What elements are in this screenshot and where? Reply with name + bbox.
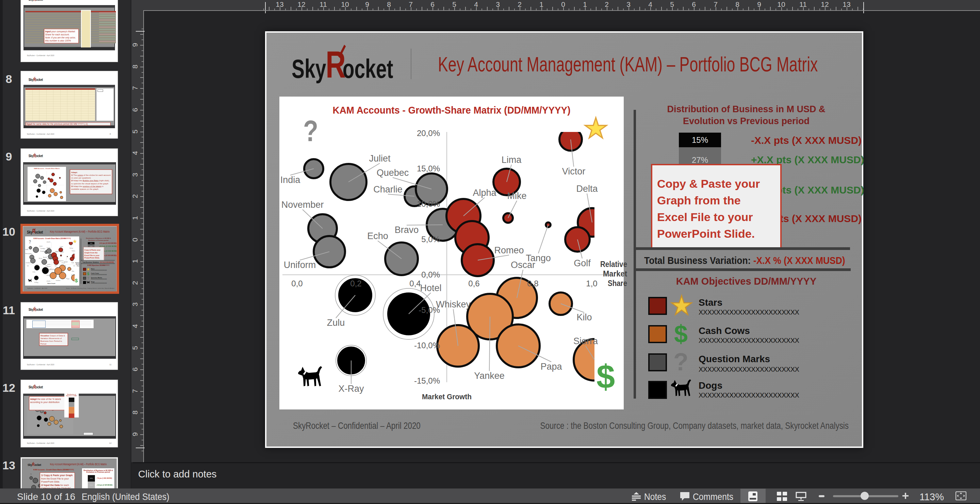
svg-text:Romeo: Romeo — [494, 245, 524, 255]
svg-text:-15,0%: -15,0% — [414, 376, 440, 385]
svg-text:Oscar: Oscar — [62, 262, 66, 263]
svg-text:Delta: Delta — [72, 250, 76, 252]
svg-text:Lima: Lima — [501, 155, 522, 165]
svg-text:Whiskey: Whiskey — [50, 268, 56, 270]
svg-text:Yankee: Yankee — [56, 279, 61, 281]
svg-text:Yankee: Yankee — [474, 371, 504, 381]
svg-text:0,0: 0,0 — [291, 279, 302, 288]
svg-text:Papa: Papa — [66, 278, 70, 279]
svg-text:0,8: 0,8 — [527, 279, 538, 288]
svg-text:0,4: 0,4 — [409, 279, 421, 288]
svg-text:$: $ — [674, 320, 688, 347]
svg-text:Delta: Delta — [576, 184, 598, 194]
svg-text:Alpha: Alpha — [56, 250, 59, 252]
svg-text:Charlie: Charlie — [40, 250, 45, 252]
svg-text:5,0%: 5,0% — [421, 235, 440, 244]
svg-text:15,0%: 15,0% — [417, 164, 440, 173]
svg-text:X-Ray: X-Ray — [34, 282, 39, 283]
svg-text:0,8: 0,8 — [64, 265, 66, 266]
svg-text:20,0%: 20,0% — [47, 241, 50, 243]
svg-text:20,0%: 20,0% — [417, 128, 440, 138]
svg-text:10,0%: 10,0% — [47, 253, 50, 254]
svg-text:Mike: Mike — [61, 251, 64, 253]
svg-text:KAM Accounts - Growth-Share Ma: KAM Accounts - Growth-Share Matrix (DD/M… — [33, 238, 71, 239]
svg-text:Oscar: Oscar — [511, 260, 535, 270]
svg-text:-10,0%: -10,0% — [46, 275, 51, 276]
svg-text:Echo: Echo — [39, 257, 42, 259]
svg-text:0,2: 0,2 — [350, 279, 361, 288]
svg-text:Kilo: Kilo — [72, 270, 75, 272]
svg-text:Kilo: Kilo — [576, 312, 592, 322]
svg-text:Share: Share — [608, 279, 627, 288]
svg-text:?: ? — [29, 239, 31, 244]
svg-text:Zulu: Zulu — [327, 318, 345, 328]
svg-text:-10,0%: -10,0% — [414, 341, 440, 350]
svg-text:Juliet: Juliet — [39, 245, 43, 247]
svg-text:Hotel: Hotel — [420, 283, 441, 293]
svg-text:Romeo: Romeo — [59, 260, 64, 262]
svg-text:1,0: 1,0 — [73, 265, 75, 266]
svg-text:Papa: Papa — [540, 361, 562, 372]
svg-text:November: November — [282, 200, 324, 210]
svg-text:Market: Market — [603, 269, 627, 278]
svg-text:10,0%: 10,0% — [417, 199, 440, 208]
svg-text:Quebec: Quebec — [377, 168, 409, 178]
svg-text:Charlie: Charlie — [373, 184, 402, 195]
svg-text:Quebec: Quebec — [40, 247, 46, 249]
svg-text:5,0%: 5,0% — [47, 258, 50, 260]
svg-text:Juliet: Juliet — [369, 154, 391, 163]
svg-text:X-Ray: X-Ray — [338, 384, 364, 394]
svg-text:0,0: 0,0 — [27, 265, 29, 266]
svg-text:-15,0%: -15,0% — [46, 281, 51, 282]
svg-text:1,0: 1,0 — [586, 279, 597, 288]
svg-text:?: ? — [303, 114, 318, 147]
svg-text:KAM Accounts - Growth-Share Ma: KAM Accounts - Growth-Share Matrix (DD/M… — [333, 105, 571, 116]
svg-text:15,0%: 15,0% — [47, 247, 50, 249]
svg-text:Zulu: Zulu — [33, 271, 36, 273]
svg-text:Uniform: Uniform — [26, 262, 31, 263]
svg-text:0,0%: 0,0% — [421, 270, 440, 279]
svg-text:0,2: 0,2 — [36, 265, 38, 266]
svg-text:Relative: Relative — [600, 260, 627, 269]
svg-text:Lima: Lima — [60, 246, 63, 247]
svg-text:$: $ — [87, 272, 89, 276]
svg-text:$: $ — [597, 358, 615, 396]
svg-text:Victor: Victor — [562, 166, 585, 176]
svg-text:India: India — [25, 249, 29, 250]
svg-text:Alpha: Alpha — [473, 188, 496, 198]
svg-text:Golf: Golf — [72, 262, 75, 263]
svg-text:Sierra: Sierra — [71, 274, 75, 276]
svg-text:Share: Share — [76, 265, 80, 266]
svg-text:0,6: 0,6 — [55, 265, 56, 266]
svg-text:Market: Market — [76, 263, 80, 265]
svg-text:Relative: Relative — [76, 262, 80, 263]
svg-text:Market Growth: Market Growth — [422, 393, 472, 401]
svg-text:?: ? — [87, 276, 89, 280]
svg-text:0,0%: 0,0% — [47, 264, 50, 265]
svg-text:Hotel: Hotel — [47, 266, 51, 267]
svg-text:Uniform: Uniform — [284, 260, 316, 270]
svg-text:Golf: Golf — [574, 258, 591, 268]
svg-text:?: ? — [673, 348, 688, 376]
svg-text:India: India — [280, 175, 301, 185]
svg-text:$: $ — [75, 277, 78, 283]
svg-text:Mike: Mike — [507, 191, 527, 201]
svg-text:Bravo: Bravo — [43, 257, 47, 258]
svg-text:Market Growth: Market Growth — [47, 283, 55, 284]
svg-text:November: November — [25, 253, 32, 254]
svg-text:Whiskey: Whiskey — [436, 299, 471, 309]
svg-text:0,6: 0,6 — [468, 279, 479, 288]
svg-text:Victor: Victor — [69, 247, 73, 249]
svg-text:Bravo: Bravo — [395, 225, 419, 235]
svg-text:Sierra: Sierra — [573, 336, 598, 346]
svg-text:Echo: Echo — [367, 231, 388, 241]
